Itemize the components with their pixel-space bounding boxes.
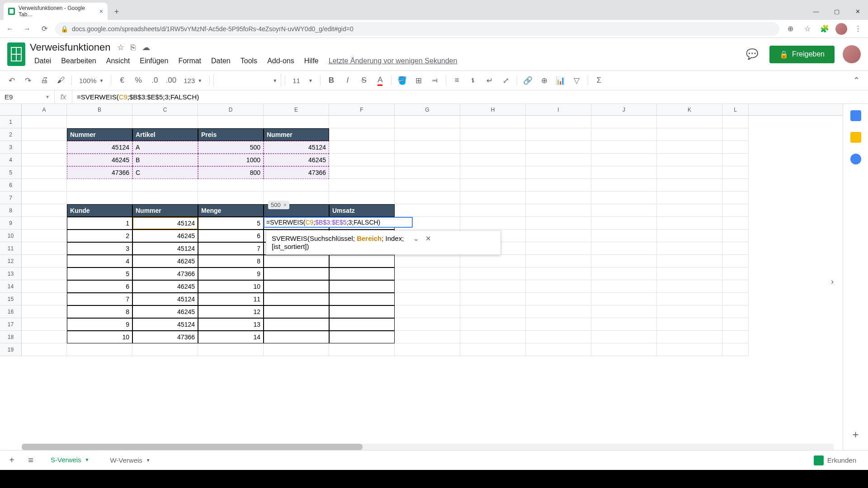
cell[interactable]	[722, 230, 749, 242]
cell[interactable]: 6	[198, 230, 264, 242]
extensions-icon[interactable]: 🧩	[818, 23, 831, 35]
cell[interactable]	[591, 179, 657, 192]
cell[interactable]	[395, 267, 460, 280]
cell[interactable]	[526, 242, 591, 255]
cell[interactable]	[722, 305, 749, 318]
cell[interactable]	[722, 255, 749, 267]
cell[interactable]: 46245	[67, 154, 132, 166]
menu-daten[interactable]: Daten	[207, 55, 235, 67]
cell[interactable]	[460, 293, 526, 305]
cell[interactable]	[264, 116, 329, 128]
fill-color-icon[interactable]: 🪣	[395, 73, 410, 88]
cell[interactable]	[460, 179, 526, 192]
comments-icon[interactable]: 💬	[743, 45, 761, 63]
close-window-icon[interactable]: ✕	[847, 3, 868, 20]
row-header[interactable]: 19	[0, 343, 21, 356]
profile-avatar[interactable]	[843, 45, 861, 63]
cell[interactable]	[657, 318, 722, 331]
move-icon[interactable]: ⎘	[131, 43, 136, 52]
cell[interactable]	[657, 230, 722, 242]
cell[interactable]	[395, 179, 460, 192]
menu-hilfe[interactable]: Hilfe	[300, 55, 323, 67]
menu-bearbeiten[interactable]: Bearbeiten	[57, 55, 100, 67]
cell[interactable]: 9	[67, 318, 132, 331]
cell[interactable]: Nummer	[67, 128, 132, 141]
cell[interactable]	[395, 116, 460, 128]
cell[interactable]: 10	[198, 280, 264, 293]
decrease-decimal-icon[interactable]: .0	[147, 73, 162, 88]
col-header[interactable]: A	[22, 104, 67, 115]
col-header[interactable]: K	[657, 104, 722, 115]
row-header[interactable]: 10	[0, 230, 21, 242]
cell[interactable]	[591, 267, 657, 280]
col-header[interactable]: I	[526, 104, 591, 115]
comment-icon[interactable]: ⊕	[537, 73, 552, 88]
cell[interactable]	[591, 141, 657, 154]
cell[interactable]	[460, 192, 526, 204]
cell[interactable]	[329, 154, 395, 166]
paint-format-icon[interactable]: 🖌	[53, 73, 68, 88]
cell[interactable]	[329, 179, 395, 192]
col-header[interactable]: L	[722, 104, 749, 115]
cell[interactable]: Menge	[198, 204, 264, 217]
cell[interactable]	[722, 166, 749, 179]
cell[interactable]: 11	[198, 293, 264, 305]
row-header[interactable]: 9	[0, 217, 21, 230]
sheets-logo-icon[interactable]	[7, 42, 25, 66]
cell[interactable]	[329, 280, 395, 293]
browser-tab[interactable]: Verweisfunktionen - Google Tab… ×	[4, 3, 108, 20]
cell[interactable]	[526, 204, 591, 217]
cell[interactable]: A	[132, 141, 198, 154]
row-header[interactable]: 4	[0, 154, 21, 166]
cell[interactable]: 800	[198, 166, 264, 179]
strike-icon[interactable]: S	[357, 73, 371, 88]
cell[interactable]	[395, 141, 460, 154]
row-header[interactable]: 16	[0, 305, 21, 318]
cell[interactable]	[526, 179, 591, 192]
cell[interactable]	[132, 192, 198, 204]
cell[interactable]	[657, 204, 722, 217]
cell[interactable]: 45124	[132, 293, 198, 305]
cell[interactable]	[722, 331, 749, 343]
close-hint-icon[interactable]: ✕	[425, 235, 431, 243]
borders-icon[interactable]: ⊞	[411, 73, 426, 88]
cell[interactable]	[460, 318, 526, 331]
cell[interactable]	[67, 179, 132, 192]
cell[interactable]	[264, 305, 329, 318]
explore-button[interactable]: Erkunden	[807, 453, 863, 468]
increase-decimal-icon[interactable]: .00	[164, 73, 178, 88]
menu-einfuegen[interactable]: Einfügen	[135, 55, 173, 67]
cell[interactable]	[591, 116, 657, 128]
cell[interactable]	[526, 217, 591, 230]
cell[interactable]	[526, 116, 591, 128]
cell[interactable]	[264, 280, 329, 293]
zoom-icon[interactable]: ⊕	[784, 23, 797, 35]
percent-icon[interactable]: %	[131, 73, 146, 88]
cell[interactable]	[329, 128, 395, 141]
cell[interactable]	[132, 343, 198, 356]
cell[interactable]: 45124	[132, 318, 198, 331]
cell[interactable]	[526, 128, 591, 141]
cell[interactable]	[329, 166, 395, 179]
cell[interactable]	[395, 331, 460, 343]
cell[interactable]	[722, 179, 749, 192]
row-header[interactable]: 1	[0, 116, 21, 128]
row-header[interactable]: 14	[0, 280, 21, 293]
link-icon[interactable]: 🔗	[521, 73, 535, 88]
cell[interactable]	[67, 192, 132, 204]
row-header[interactable]: 3	[0, 141, 21, 154]
cell[interactable]: Kunde	[67, 204, 132, 217]
cell[interactable]: 8	[198, 255, 264, 267]
cell[interactable]	[329, 192, 395, 204]
cell[interactable]	[395, 318, 460, 331]
cell[interactable]: 7	[198, 242, 264, 255]
row-header[interactable]: 6	[0, 179, 21, 192]
cell[interactable]	[460, 204, 526, 217]
row-header[interactable]: 11	[0, 242, 21, 255]
zoom-select[interactable]: 100%▼	[75, 77, 107, 84]
formula-input[interactable]: =SVERWEIS(C9;$B$3:$E$5;3;FALSCH)	[72, 93, 868, 101]
cell[interactable]	[657, 141, 722, 154]
cell[interactable]	[264, 255, 329, 267]
cell[interactable]	[395, 154, 460, 166]
cell[interactable]	[657, 179, 722, 192]
